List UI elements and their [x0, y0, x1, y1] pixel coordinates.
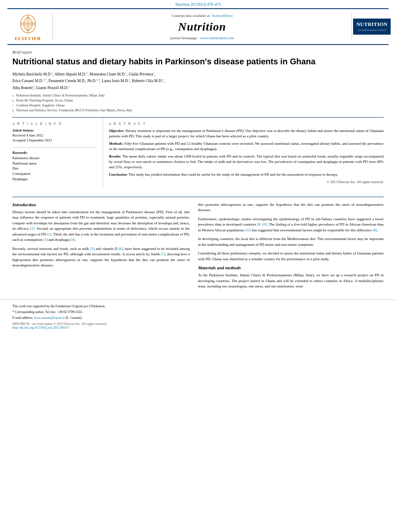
keyword-3: Diet — [12, 166, 97, 171]
copyright-line: © 2013 Elsevier Inc. All rights reserved… — [109, 180, 384, 184]
footer-area: This work was supported by the Fondazion… — [0, 299, 396, 332]
footnote-2: * Corresponding author. Tel./fax: +39-02… — [12, 310, 384, 315]
info-abstract-section: A R T I C L E I N F O Article history: R… — [12, 117, 384, 188]
keywords-label: Keywords: — [12, 151, 97, 155]
article-title: Nutritional status and dietary habits in… — [12, 56, 384, 67]
journal-title: Nutrition — [178, 20, 226, 33]
nutrition-box: NUTRITION An International Journal — [353, 19, 391, 35]
abstract-header: A B S T R A C T — [109, 122, 384, 126]
journal-center: Contents lists available at ScienceDirec… — [53, 12, 351, 41]
article-content: Brief report Nutritional status and diet… — [0, 45, 396, 193]
materials-methods-title: Materials and methods — [198, 265, 384, 270]
keyword-2: Nutritional status — [12, 161, 97, 166]
right-para-4: Considering all these preliminary remark… — [198, 251, 384, 262]
article-info-header: A R T I C L E I N F O — [12, 122, 97, 126]
article-history-block: Article history: Received 4 June 2012 Ac… — [12, 128, 97, 143]
contents-line: Contents lists available at ScienceDirec… — [172, 14, 233, 18]
abstract-conclusion: Conclusion: This study has yielded infor… — [109, 172, 384, 177]
keywords-block: Keywords: Parkinson's disease Nutritiona… — [12, 151, 97, 182]
keyword-5: Dysphagia — [12, 177, 97, 182]
sciencedirect-link[interactable]: ScienceDirect — [212, 14, 233, 18]
homepage-line: journal homepage: www.nutritionjrnl.com — [170, 36, 234, 40]
right-para-3: In developing countries, the local diet … — [198, 236, 384, 247]
doi-line[interactable]: http://dx.doi.org/10.1016/j.nut.2012.09.… — [12, 326, 384, 330]
body-right-col: diet promotes atherogenesis in rats, sup… — [198, 202, 384, 293]
abstract-objective: Objective: Dietary treatment is importan… — [109, 128, 384, 139]
accepted-date: Accepted 3 September 2012 — [12, 138, 97, 143]
footnote-1: This work was supported by the Fondazion… — [12, 304, 384, 309]
email-link[interactable]: erica.cassani@icp.mi.it — [34, 316, 65, 320]
article-info-col: A R T I C L E I N F O Article history: R… — [12, 118, 103, 188]
elsevier-label: ELSEVIER — [15, 36, 41, 41]
abstract-col: A B S T R A C T Objective: Dietary treat… — [103, 118, 384, 188]
article-type: Brief report — [12, 50, 384, 54]
journal-reference: Nutrition 29 (2013) 470–473 — [0, 0, 396, 8]
right-para-2: Furthermore, epidemiologic studies inves… — [198, 217, 384, 233]
body-two-col: Introduction Dietary factors should be t… — [12, 197, 384, 293]
intro-para-1: Dietary factors should be taken into con… — [12, 210, 190, 243]
intro-para-2: Recently, several nutrients and foods, s… — [12, 246, 190, 268]
mat-methods-para-1: At the Parkinson Institute, Istituti Cli… — [198, 273, 384, 290]
keyword-4: Constipation — [12, 171, 97, 177]
keyword-1: Parkinson's disease — [12, 155, 97, 161]
received-date: Received 4 June 2012 — [12, 133, 97, 138]
abstract-methods: Methods: Fifty-five Ghanaian patients wi… — [109, 141, 384, 152]
history-label: Article history: — [12, 128, 97, 132]
footnote-3: E-mail address: erica.cassani@icp.mi.it … — [12, 315, 384, 320]
body-left-col: Introduction Dietary factors should be t… — [12, 202, 190, 293]
body-content: Introduction Dietary factors should be t… — [0, 193, 396, 297]
elsevier-logo: ELSEVIER — [7, 12, 53, 41]
right-para-1: diet promotes atherogenesis in rats, sup… — [198, 202, 384, 213]
issn-line: 0899-9007/$ - see front matter © 2013 El… — [12, 322, 384, 326]
introduction-title: Introduction — [12, 202, 190, 207]
homepage-url[interactable]: www.nutritionjrnl.com — [200, 36, 234, 40]
authors: Michela Barichella M.D.a, Albert Akpalu … — [12, 71, 384, 91]
abstract-results: Results: The mean daily caloric intake w… — [109, 154, 384, 170]
affiliations: a Parkinson Institute, Istituti Clinici … — [12, 93, 384, 113]
journal-header: ELSEVIER Contents lists available at Sci… — [7, 8, 389, 45]
journal-logo-right: NUTRITION An International Journal — [351, 12, 389, 41]
